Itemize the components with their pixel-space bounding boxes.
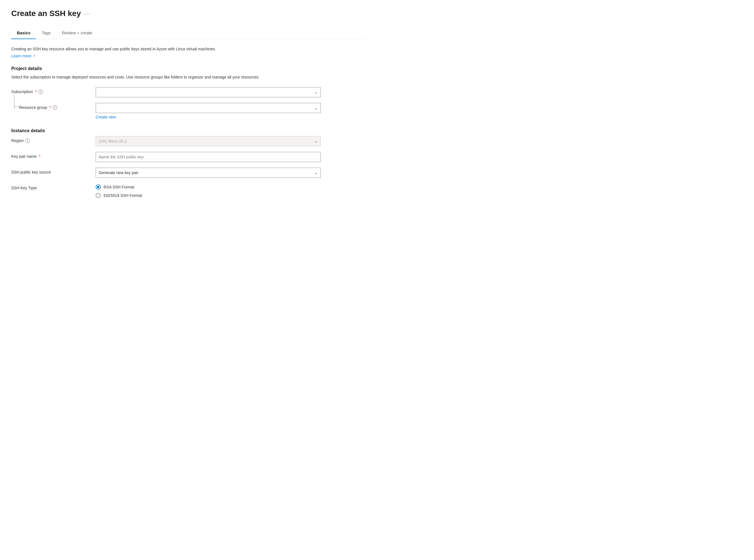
region-dropdown: (US) West US 2 ⌄ [96,136,321,146]
ssh-key-type-field-row: SSH Key Type RSA SSH Format Ed25519 SSH … [11,183,366,198]
tab-basics[interactable]: Basics [11,27,36,39]
radio-circle-ed25519 [96,193,101,198]
ssh-public-key-source-label: SSH public key source [11,170,51,174]
region-control-col: (US) West US 2 ⌄ [96,136,321,146]
tab-bar: Basics Tags Review + create [11,27,366,39]
ssh-key-type-label-col: SSH Key Type [11,183,96,190]
subscription-required-star: * [35,89,37,94]
page-header: Create an SSH key ··· [11,9,366,18]
subscription-label-col: Subscription * i [11,87,96,94]
resource-group-required-star: * [49,105,51,110]
project-details-description: Select the subscription to manage deploy… [11,74,264,80]
radio-circle-rsa [96,184,101,189]
key-pair-name-label: Key pair name [11,154,37,159]
resource-group-field-row: Resource group * i ⌄ Create new [11,103,366,119]
ssh-public-key-source-value: Generate new key pair [99,171,138,175]
key-pair-name-field-row: Key pair name * [11,152,366,162]
tab-tags[interactable]: Tags [36,27,56,39]
page-title: Create an SSH key [11,9,81,18]
radio-dot-rsa [97,186,99,188]
instance-details-section: Instance details Region i (US) West US 2… [11,128,366,198]
subscription-info-icon[interactable]: i [39,89,43,94]
radio-label-rsa: RSA SSH Format [103,185,134,189]
key-pair-name-label-col: Key pair name * [11,152,96,159]
key-pair-name-control-col [96,152,321,162]
project-details-title: Project details [11,66,366,71]
learn-more-link[interactable]: Learn more ↗ [11,54,35,58]
resource-group-label-col: Resource group * i [11,103,96,110]
resource-group-dropdown[interactable]: ⌄ [96,103,321,113]
resource-group-control-col: ⌄ Create new [96,103,321,119]
subscription-control-col: ⌄ [96,87,321,97]
more-options-button[interactable]: ··· [84,11,91,17]
resource-group-info-icon[interactable]: i [53,105,57,110]
ssh-key-type-control-col: RSA SSH Format Ed25519 SSH Format [96,183,321,198]
ssh-public-key-source-chevron: ⌄ [314,170,318,175]
intro-description: Creating an SSH key resource allows you … [11,46,264,52]
region-label: Region [11,138,24,143]
subscription-label: Subscription [11,89,33,94]
region-dropdown-value: (US) West US 2 [99,139,126,143]
ssh-key-type-label: SSH Key Type [11,186,37,190]
ssh-public-key-source-control-col: Generate new key pair ⌄ [96,168,321,178]
ssh-public-key-source-label-col: SSH public key source [11,168,96,174]
tab-review-create[interactable]: Review + create [56,27,98,39]
instance-details-title: Instance details [11,128,366,133]
resource-group-dropdown-chevron: ⌄ [314,105,318,111]
key-pair-name-input[interactable] [96,152,321,162]
subscription-field-row: Subscription * i ⌄ [11,87,366,97]
project-details-section: Project details Select the subscription … [11,66,366,119]
resource-group-label: Resource group [19,105,47,110]
create-new-resource-group-link[interactable]: Create new [96,115,116,119]
key-pair-name-required-star: * [39,154,40,159]
region-info-icon[interactable]: i [25,138,30,143]
radio-label-ed25519: Ed25519 SSH Format [103,193,142,198]
ssh-public-key-source-field-row: SSH public key source Generate new key p… [11,168,366,178]
ssh-public-key-source-dropdown[interactable]: Generate new key pair ⌄ [96,168,321,178]
region-label-col: Region i [11,136,96,143]
subscription-dropdown-chevron: ⌄ [314,89,318,95]
region-field-row: Region i (US) West US 2 ⌄ [11,136,366,146]
radio-option-rsa[interactable]: RSA SSH Format [96,184,321,189]
ssh-key-type-radio-group: RSA SSH Format Ed25519 SSH Format [96,183,321,198]
radio-option-ed25519[interactable]: Ed25519 SSH Format [96,193,321,198]
subscription-dropdown[interactable]: ⌄ [96,87,321,97]
external-link-icon: ↗ [33,54,35,58]
region-dropdown-chevron: ⌄ [314,138,318,144]
